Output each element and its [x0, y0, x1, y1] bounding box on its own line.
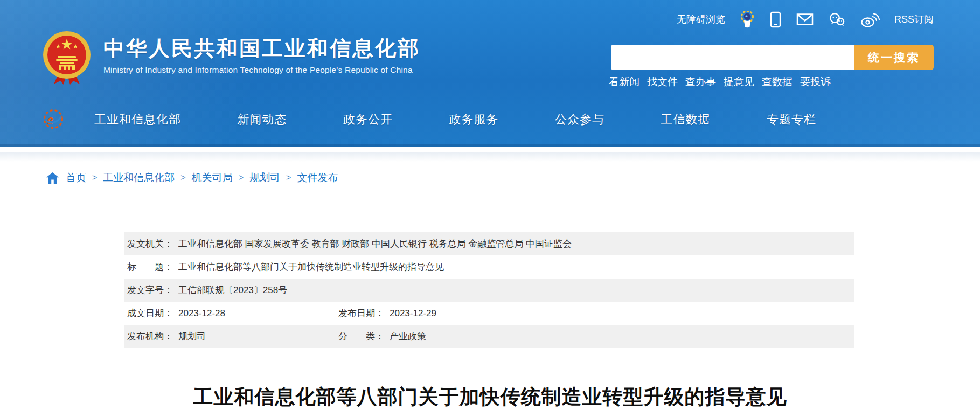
nav-item-gov-info[interactable]: 政务公开 [343, 112, 393, 128]
row-label2: 发布日期： [338, 307, 384, 319]
quick-links: 看新闻 找文件 查办事 提意见 查数据 要投诉 [609, 75, 831, 89]
search-input[interactable] [611, 45, 854, 70]
home-icon[interactable] [46, 172, 59, 184]
row-label: 发文机关： [127, 238, 173, 250]
row-value2: 2023-12-29 [390, 308, 436, 319]
row-value: 规划司 [178, 330, 206, 343]
miit-e-logo-icon: e [43, 109, 64, 129]
brand: 中华人民共和国工业和信息化部 Ministry of Industry and … [42, 30, 420, 87]
main-nav: 工业和信息化部 新闻动态 政务公开 政务服务 公众参与 工信数据 专题专栏 [94, 108, 816, 131]
breadcrumb-miit[interactable]: 工业和信息化部 [103, 171, 175, 185]
doc-info-table: 发文机关： 工业和信息化部 国家发展改革委 教育部 财政部 中国人民银行 税务总… [124, 232, 854, 348]
mobile-icon[interactable] [769, 11, 782, 28]
row-label: 发文字号： [127, 284, 173, 296]
svg-text:e: e [47, 111, 53, 128]
table-row-dates: 成文日期： 2023-12-28 发布日期： 2023-12-29 [124, 302, 854, 325]
site-header: 无障碍浏览 [0, 0, 980, 147]
national-emblem-icon [42, 30, 92, 87]
breadcrumb-departments[interactable]: 机关司局 [192, 171, 233, 185]
row-value2: 产业政策 [390, 330, 426, 343]
row-label: 成文日期： [127, 307, 173, 319]
nav-item-gov-services[interactable]: 政务服务 [449, 112, 499, 128]
search-button[interactable]: 统一搜索 [854, 45, 934, 70]
breadcrumb-separator: > [92, 173, 97, 183]
breadcrumb-separator: > [239, 173, 244, 183]
wechat-icon[interactable] [828, 12, 846, 27]
breadcrumb-document-release[interactable]: 文件发布 [297, 171, 338, 185]
site-title: 中华人民共和国工业和信息化部 [103, 37, 420, 61]
weibo-icon[interactable] [860, 12, 880, 27]
row-label2: 分 类： [338, 330, 384, 343]
nav-item-data[interactable]: 工信数据 [661, 112, 711, 128]
breadcrumb-home[interactable]: 首页 [66, 171, 86, 185]
rss-link[interactable]: RSS订阅 [894, 13, 934, 26]
row-value: 工信部联规〔2023〕258号 [178, 284, 287, 296]
row-value: 工业和信息化部 国家发展改革委 教育部 财政部 中国人民银行 税务总局 金融监管… [178, 238, 572, 250]
table-row-issuing-organ: 发文机关： 工业和信息化部 国家发展改革委 教育部 财政部 中国人民银行 税务总… [124, 232, 854, 255]
quick-link-data[interactable]: 查数据 [762, 75, 793, 89]
breadcrumb-separator: > [180, 173, 185, 183]
quick-link-feedback[interactable]: 提意见 [724, 75, 754, 89]
breadcrumb-separator: > [286, 173, 291, 183]
breadcrumb: 首页 > 工业和信息化部 > 机关司局 > 规划司 > 文件发布 [46, 170, 338, 185]
quick-link-files[interactable]: 找文件 [647, 75, 678, 89]
nav-item-participation[interactable]: 公众参与 [555, 112, 604, 128]
robot-icon[interactable] [740, 11, 755, 28]
quick-link-news[interactable]: 看新闻 [609, 75, 640, 89]
brand-text: 中华人民共和国工业和信息化部 Ministry of Industry and … [103, 30, 420, 75]
row-value: 工业和信息化部等八部门关于加快传统制造业转型升级的指导意见 [178, 261, 444, 273]
nav-item-miit[interactable]: 工业和信息化部 [94, 112, 181, 128]
site-subtitle: Ministry of Industry and Information Tec… [103, 65, 420, 75]
row-label: 发布机构： [127, 330, 173, 343]
header-shadow-band [0, 152, 980, 162]
row-value: 2023-12-28 [178, 308, 225, 319]
page: 无障碍浏览 [0, 0, 980, 417]
accessibility-link[interactable]: 无障碍浏览 [677, 13, 725, 26]
quick-link-complaint[interactable]: 要投诉 [800, 75, 831, 89]
breadcrumb-planning-dept[interactable]: 规划司 [249, 171, 280, 185]
table-row-doc-number: 发文字号： 工信部联规〔2023〕258号 [124, 279, 854, 302]
row-label: 标 题： [127, 261, 173, 273]
article-title: 工业和信息化部等八部门关于加快传统制造业转型升级的指导意见 [0, 384, 980, 411]
table-row-publisher-category: 发布机构： 规划司 分 类： 产业政策 [124, 325, 854, 348]
topbar: 无障碍浏览 [677, 11, 934, 28]
mail-icon[interactable] [796, 13, 814, 26]
quick-link-services[interactable]: 查办事 [685, 75, 716, 89]
nav-item-special[interactable]: 专题专栏 [767, 112, 816, 128]
nav-item-news[interactable]: 新闻动态 [238, 112, 287, 128]
table-row-title: 标 题： 工业和信息化部等八部门关于加快传统制造业转型升级的指导意见 [124, 255, 854, 279]
